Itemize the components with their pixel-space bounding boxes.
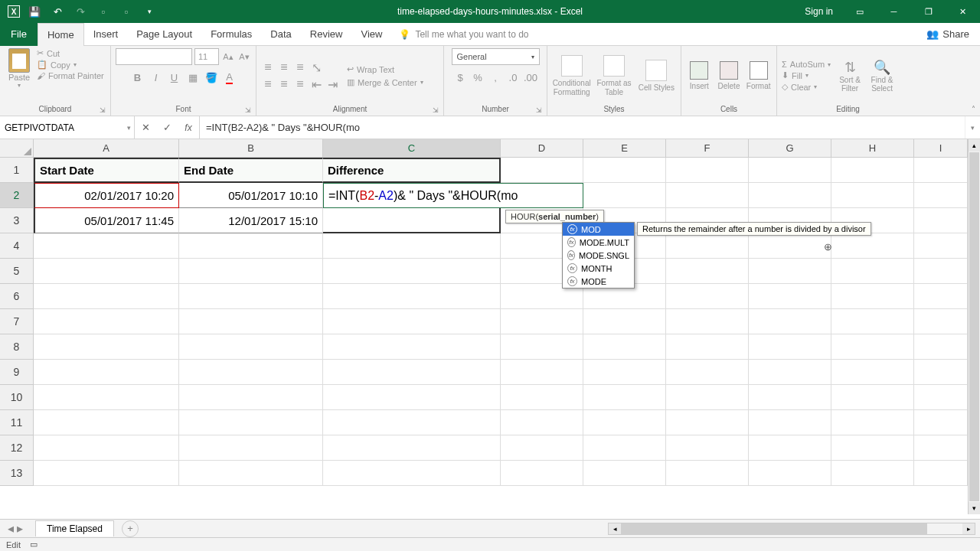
font-size-input[interactable] bbox=[194, 48, 219, 65]
column-header[interactable]: E bbox=[583, 139, 666, 158]
tab-home[interactable]: Home bbox=[38, 23, 84, 46]
align-center-button[interactable]: ≡ bbox=[277, 77, 291, 91]
wrap-text-button[interactable]: ↩Wrap Text bbox=[347, 64, 423, 74]
merge-center-button[interactable]: ▥Merge & Center ▾ bbox=[347, 77, 423, 87]
dialog-launcher-icon[interactable]: ⇲ bbox=[433, 106, 439, 114]
tab-file[interactable]: File bbox=[0, 23, 38, 46]
row-header[interactable]: 10 bbox=[0, 385, 34, 410]
fill-color-button[interactable]: 🪣 bbox=[204, 70, 219, 85]
italic-button[interactable]: I bbox=[149, 70, 164, 85]
tab-view[interactable]: View bbox=[351, 23, 391, 46]
format-cells-button[interactable]: Format bbox=[745, 61, 772, 90]
clear-button[interactable]: ◇Clear ▾ bbox=[782, 82, 831, 92]
qat-customize[interactable]: ▾ bbox=[141, 3, 158, 20]
collapse-ribbon-button[interactable]: ˄ bbox=[972, 105, 975, 113]
row-header[interactable]: 9 bbox=[0, 360, 34, 385]
cell[interactable]: 05/01/2017 10:10 bbox=[179, 183, 323, 208]
select-all-cells[interactable] bbox=[0, 139, 34, 158]
scroll-thumb[interactable] bbox=[969, 152, 979, 501]
row-header[interactable]: 5 bbox=[0, 259, 34, 284]
name-box[interactable]: ▾ bbox=[0, 116, 135, 139]
name-box-input[interactable] bbox=[5, 122, 129, 133]
column-header[interactable]: B bbox=[179, 139, 323, 158]
cell-styles-button[interactable]: Cell Styles bbox=[637, 60, 676, 93]
find-select-button[interactable]: 🔍Find & Select bbox=[867, 59, 897, 93]
border-button[interactable]: ▦ bbox=[185, 70, 201, 85]
row-header[interactable]: 4 bbox=[0, 233, 34, 259]
cell[interactable]: End Date bbox=[179, 158, 323, 183]
scroll-up-button[interactable]: ▴ bbox=[969, 139, 980, 152]
prev-sheet-button[interactable]: ◂ bbox=[8, 521, 14, 536]
underline-button[interactable]: U bbox=[167, 70, 182, 85]
vertical-scrollbar[interactable]: ▴ ▾ bbox=[968, 139, 980, 514]
cell[interactable]: 05/01/2017 11:45 bbox=[34, 208, 179, 233]
align-bottom-button[interactable]: ≡ bbox=[293, 60, 307, 74]
column-header[interactable]: H bbox=[831, 139, 914, 158]
macro-record-icon[interactable]: ▭ bbox=[30, 540, 38, 549]
chevron-down-icon[interactable]: ▾ bbox=[127, 124, 131, 132]
paste-button[interactable]: Paste ▾ bbox=[5, 48, 34, 89]
delete-cells-button[interactable]: Delete bbox=[716, 61, 743, 90]
percent-format-button[interactable]: % bbox=[470, 70, 485, 85]
tab-page-layout[interactable]: Page Layout bbox=[127, 23, 201, 46]
autocomplete-item[interactable]: fxMODE.SNGL bbox=[563, 249, 634, 262]
redo-button[interactable]: ↷ bbox=[72, 3, 89, 20]
row-header[interactable]: 6 bbox=[0, 284, 34, 309]
column-header[interactable]: F bbox=[666, 139, 749, 158]
share-button[interactable]: 👥 Share bbox=[926, 28, 969, 40]
cell[interactable]: Start Date bbox=[34, 158, 179, 183]
font-name-input[interactable] bbox=[116, 48, 192, 65]
cell[interactable]: Difference bbox=[323, 158, 501, 183]
enter-formula-button[interactable]: ✓ bbox=[156, 122, 178, 133]
undo-button[interactable]: ↶ bbox=[49, 3, 66, 20]
decrease-font-button[interactable]: A▾ bbox=[237, 49, 251, 64]
formula-input[interactable]: =INT(B2-A2)& " Days "&HOUR(mo bbox=[200, 116, 965, 139]
row-header[interactable]: 7 bbox=[0, 309, 34, 334]
dialog-launcher-icon[interactable]: ⇲ bbox=[245, 106, 251, 114]
tab-formulas[interactable]: Formulas bbox=[201, 23, 261, 46]
tab-insert[interactable]: Insert bbox=[84, 23, 128, 46]
autosum-button[interactable]: ΣAutoSum ▾ bbox=[782, 60, 831, 69]
align-top-button[interactable]: ≡ bbox=[261, 60, 275, 74]
autocomplete-item[interactable]: fxMODE.MULT bbox=[563, 236, 634, 249]
increase-indent-button[interactable]: ⇥ bbox=[325, 77, 339, 91]
cell[interactable]: 12/01/2017 15:10 bbox=[179, 208, 323, 233]
column-header[interactable]: C bbox=[323, 139, 501, 158]
formula-autocomplete[interactable]: fxMODfxMODE.MULTfxMODE.SNGLfxMONTHfxMODE bbox=[562, 222, 635, 289]
orientation-button[interactable]: ⤡ bbox=[309, 60, 323, 74]
row-header[interactable]: 1 bbox=[0, 158, 34, 183]
row-header[interactable]: 3 bbox=[0, 208, 34, 233]
scroll-thumb[interactable] bbox=[621, 523, 927, 534]
comma-format-button[interactable]: , bbox=[488, 70, 503, 85]
bold-button[interactable]: B bbox=[130, 70, 145, 85]
horizontal-scrollbar[interactable]: ◂ ▸ bbox=[608, 523, 975, 535]
column-header[interactable]: A bbox=[34, 139, 179, 158]
insert-function-button[interactable]: fx bbox=[178, 122, 199, 133]
next-sheet-button[interactable]: ▸ bbox=[17, 521, 23, 536]
row-header[interactable]: 12 bbox=[0, 435, 34, 461]
active-cell-editing[interactable]: =INT(B2-A2)& " Days "&HOUR(mo bbox=[323, 183, 583, 208]
insert-cells-button[interactable]: Insert bbox=[686, 61, 713, 90]
fill-button[interactable]: ⬇Fill ▾ bbox=[782, 70, 831, 80]
autocomplete-item[interactable]: fxMODE bbox=[563, 275, 634, 288]
number-format-select[interactable]: General▾ bbox=[452, 48, 540, 65]
qat-btn[interactable]: ▫ bbox=[118, 3, 135, 20]
scroll-left-button[interactable]: ◂ bbox=[609, 523, 621, 534]
copy-button[interactable]: 📋Copy ▾ bbox=[37, 60, 104, 70]
autocomplete-item[interactable]: fxMONTH bbox=[563, 262, 634, 275]
accounting-format-button[interactable]: $ bbox=[452, 70, 468, 85]
column-header[interactable]: G bbox=[749, 139, 831, 158]
expand-formula-bar-button[interactable]: ▾ bbox=[965, 116, 980, 139]
sort-filter-button[interactable]: ⇅Sort & Filter bbox=[835, 59, 864, 93]
row-header[interactable]: 13 bbox=[0, 461, 34, 486]
cut-button[interactable]: ✂Cut bbox=[37, 48, 104, 58]
align-left-button[interactable]: ≡ bbox=[261, 77, 275, 91]
increase-font-button[interactable]: A▴ bbox=[221, 49, 235, 64]
column-header[interactable]: D bbox=[501, 139, 583, 158]
maximize-button[interactable]: ❐ bbox=[911, 0, 946, 23]
tab-review[interactable]: Review bbox=[301, 23, 352, 46]
conditional-formatting-button[interactable]: Conditional Formatting bbox=[552, 55, 591, 97]
cell[interactable] bbox=[323, 208, 501, 233]
sign-in-button[interactable]: Sign in bbox=[795, 6, 842, 17]
close-button[interactable]: ✕ bbox=[946, 0, 980, 23]
